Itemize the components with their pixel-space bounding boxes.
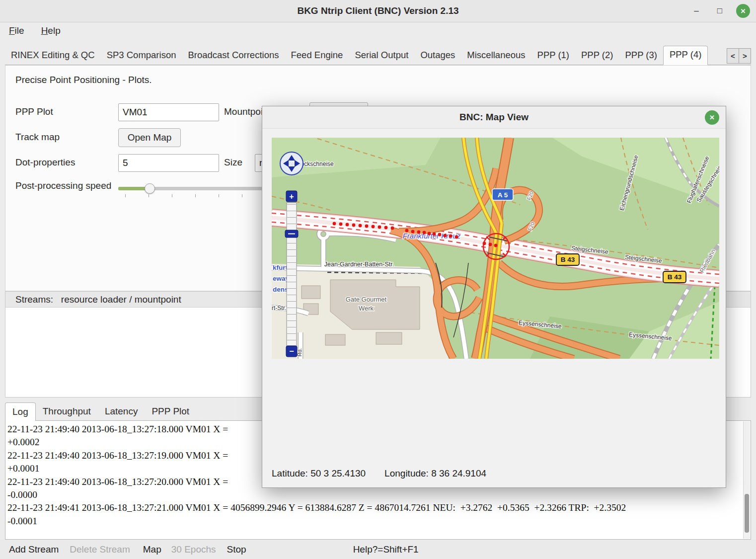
dialog-title: BNC: Map View: [459, 112, 529, 123]
a5-shield-text: A 5: [498, 191, 508, 199]
tab-ppp-plot[interactable]: PPP Plot: [145, 402, 196, 420]
stop-button[interactable]: Stop: [227, 544, 246, 555]
minimize-button[interactable]: –: [689, 4, 703, 18]
maximize-button[interactable]: □: [713, 4, 727, 18]
ppp-plot-label: PPP Plot: [15, 106, 53, 117]
label-road-frag: Rd.: [297, 348, 302, 356]
panel-description: Precise Point Positioning - Plots.: [15, 75, 152, 85]
main-tabbar: RINEX Editing & QC SP3 Comparison Broadc…: [5, 47, 751, 65]
tab-ppp-2[interactable]: PPP (2): [575, 46, 619, 65]
map-button[interactable]: Map: [143, 544, 161, 555]
tab-latency[interactable]: Latency: [98, 402, 145, 420]
tab-feed-engine[interactable]: Feed Engine: [285, 46, 349, 65]
tab-scroll-left-button[interactable]: <: [727, 48, 739, 64]
window-title: BKG Ntrip Client (BNC) Version 2.13: [297, 5, 458, 16]
log-line: -0.0001: [7, 515, 742, 528]
log-line: -0.0000: [7, 488, 742, 501]
label-gate-gourmet: Gate Gourmet: [346, 296, 387, 303]
zoom-slider-track[interactable]: [287, 203, 297, 346]
tab-ppp-3[interactable]: PPP (3): [619, 46, 663, 65]
latitude-value: Latitude: 50 3 25.4130: [272, 468, 366, 479]
b43-shield-east-text: B 43: [668, 273, 682, 281]
slider-handle[interactable]: [145, 183, 155, 194]
position-readout: Latitude: 50 3 25.4130 Longitude: 8 36 2…: [272, 468, 486, 479]
bnc-main-window: BKG Ntrip Client (BNC) Version 2.13 – □ …: [0, 0, 756, 559]
log-scrollbar-thumb[interactable]: [745, 494, 749, 533]
dot-size-input[interactable]: [118, 154, 219, 172]
tab-throughput[interactable]: Throughput: [36, 402, 98, 420]
zoom-in-icon: +: [289, 192, 294, 201]
post-processing-speed-slider[interactable]: [118, 182, 263, 197]
tab-miscellaneous[interactable]: Miscellaneous: [461, 46, 531, 65]
tab-scroll-right-button[interactable]: >: [739, 48, 751, 64]
menu-file[interactable]: File: [9, 25, 24, 36]
tab-ppp-4[interactable]: PPP (4): [663, 46, 708, 65]
b43-shield-west-text: B 43: [561, 256, 575, 263]
dot-properties-label: Dot-properties: [15, 157, 75, 168]
log-scrollbar[interactable]: [743, 421, 750, 539]
track-map-label: Track map: [15, 132, 60, 143]
epochs-button[interactable]: 30 Epochs: [171, 544, 216, 555]
tab-sp3-comparison[interactable]: SP3 Comparison: [101, 46, 182, 65]
tab-rinex-editing-qc[interactable]: RINEX Editing & QC: [5, 46, 101, 65]
statusbar: Add Stream Delete Stream Map 30 Epochs S…: [0, 540, 756, 559]
label-gate-gourmet-werk: Werk: [359, 305, 374, 312]
help-hint-label: Help?=Shift+F1: [353, 544, 419, 555]
map-viewport: Rehbockschneise Frankfurter Kreuz Jean-G…: [272, 138, 719, 359]
log-tabbar: Log Throughput Latency PPP Plot: [5, 400, 196, 420]
size-label: Size: [224, 157, 242, 168]
delete-stream-button[interactable]: Delete Stream: [70, 544, 130, 555]
tab-outages[interactable]: Outages: [414, 46, 461, 65]
window-titlebar[interactable]: BKG Ntrip Client (BNC) Version 2.13 – □ …: [0, 0, 756, 22]
tab-ppp-1[interactable]: PPP (1): [531, 46, 575, 65]
tab-log[interactable]: Log: [5, 402, 36, 421]
post-processing-speed-label: Post-processing speed: [15, 180, 111, 191]
menubar: File Help: [0, 22, 756, 40]
close-button[interactable]: ✕: [736, 4, 750, 18]
longitude-value: Longitude: 8 36 24.9104: [384, 468, 486, 479]
add-stream-button[interactable]: Add Stream: [9, 544, 59, 555]
tab-broadcast-corrections[interactable]: Broadcast Corrections: [182, 46, 285, 65]
label-district-frag3: dens: [273, 286, 289, 293]
open-map-button[interactable]: Open Map: [118, 128, 181, 147]
map-canvas[interactable]: Rehbockschneise Frankfurter Kreuz Jean-G…: [272, 138, 719, 359]
label-street-frag: rt-Str.: [272, 305, 286, 312]
dialog-close-button[interactable]: ✕: [705, 110, 719, 125]
zoom-out-icon: −: [289, 347, 294, 355]
pan-control[interactable]: [280, 152, 303, 175]
label-jean-gardner-batten-str: Jean-Gardner-Batten-Str.: [324, 261, 394, 268]
ppp-plot-input[interactable]: [118, 103, 219, 121]
map-view-dialog: BNC: Map View ✕: [262, 106, 726, 488]
menu-help[interactable]: Help: [41, 25, 61, 36]
dialog-titlebar[interactable]: BNC: Map View ✕: [262, 106, 726, 129]
log-line: 22-11-23 21:49:41 2013-06-18_13:27:21.00…: [7, 501, 742, 514]
tab-serial-output[interactable]: Serial Output: [349, 46, 414, 65]
